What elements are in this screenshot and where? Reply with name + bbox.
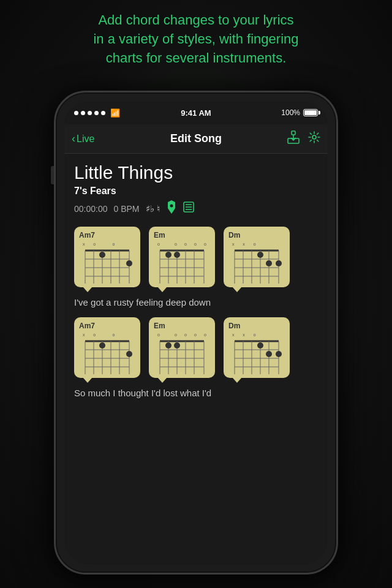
chord-card-am7[interactable]: Am7 x o o [74,227,140,287]
phone-frame: 📶 9:41 AM 100% ‹ Live Edit Song [54,91,338,575]
chord-card-dm-2[interactable]: Dm x x o [224,317,290,378]
nav-bar: ‹ Live Edit Song [64,124,328,154]
nav-title: Edit Song [170,132,222,145]
chevron-left-icon: ‹ [72,132,75,145]
guitar-grid: o o o o o [155,242,209,284]
svg-point-69 [174,342,180,349]
song-artist: 7's Fears [74,186,318,197]
svg-point-43 [257,252,263,258]
chord-name: Am7 [79,231,135,239]
wifi-icon: 📶 [110,108,120,118]
signal-dot [94,111,99,115]
chord-name: Am7 [79,322,135,330]
settings-icon[interactable] [308,131,320,146]
guitar-grid: x o o [80,333,134,374]
lyric-line-1: I've got a rusty feeling deep down [74,296,318,309]
svg-point-57 [126,351,132,357]
svg-point-68 [165,342,172,349]
chord-card-em[interactable]: Em o o o o o [149,227,215,287]
chord-card-am7-2[interactable]: Am7 x o o [74,317,140,378]
battery-percent: 100% [281,108,300,117]
song-bpm: 0 BPM [114,204,140,214]
song-meta: 00:00:00 0 BPM ♯♭ ♮ [74,200,318,217]
status-signal: 📶 [74,108,120,118]
signal-dot [81,111,85,115]
svg-point-56 [99,342,105,349]
chord-name: Dm [228,231,285,239]
back-label: Live [77,134,94,145]
chord-card-em-2[interactable]: Em o o o o o [149,317,215,378]
svg-point-19 [99,252,105,258]
chord-row-2: Am7 x o o [74,317,318,378]
svg-point-45 [276,260,282,266]
nav-actions [287,130,320,147]
signal-dot [101,111,105,115]
phone-screen: 📶 9:41 AM 100% ‹ Live Edit Song [64,101,328,564]
svg-point-82 [276,351,282,357]
list-icon[interactable] [183,202,194,216]
back-button[interactable]: ‹ Live [72,132,94,145]
svg-point-81 [266,351,272,357]
share-icon[interactable] [287,130,300,147]
status-time: 9:41 AM [181,108,211,118]
lyric-line-2: So much I thought I'd lost what I'd [74,386,318,399]
guitar-grid: o o o o o [155,333,209,374]
battery-bar [303,109,318,116]
guitar-grid: x o o [80,242,134,284]
chord-name: Em [154,322,210,330]
svg-point-31 [165,252,172,258]
chord-row-1: Am7 x o o [74,227,318,287]
signal-dot [88,111,92,115]
tag-icon[interactable] [166,200,177,217]
battery-icon [303,109,318,116]
svg-point-3 [312,135,316,139]
svg-point-4 [170,205,173,208]
chord-name: Em [154,231,210,239]
svg-point-44 [266,260,272,266]
svg-point-80 [257,342,263,349]
battery-fill [304,110,317,115]
guitar-grid: x x o [230,333,284,374]
svg-point-32 [174,252,180,258]
svg-rect-0 [292,131,295,135]
chord-card-dm[interactable]: Dm x x o [224,227,290,287]
chord-name: Dm [228,322,285,330]
guitar-grid: x x o [230,242,284,284]
svg-point-20 [126,260,132,266]
status-bar: 📶 9:41 AM 100% [64,101,328,124]
song-time: 00:00:00 [74,204,108,214]
marketing-text: Add chord changes to your lyricsin a var… [24,11,368,67]
key-sharp: ♯♭ ♮ [146,203,160,214]
signal-dot [74,111,78,115]
status-battery: 100% [281,108,318,117]
song-title: Little Things [74,162,318,183]
content-area: Little Things 7's Fears 00:00:00 0 BPM ♯… [64,154,328,564]
